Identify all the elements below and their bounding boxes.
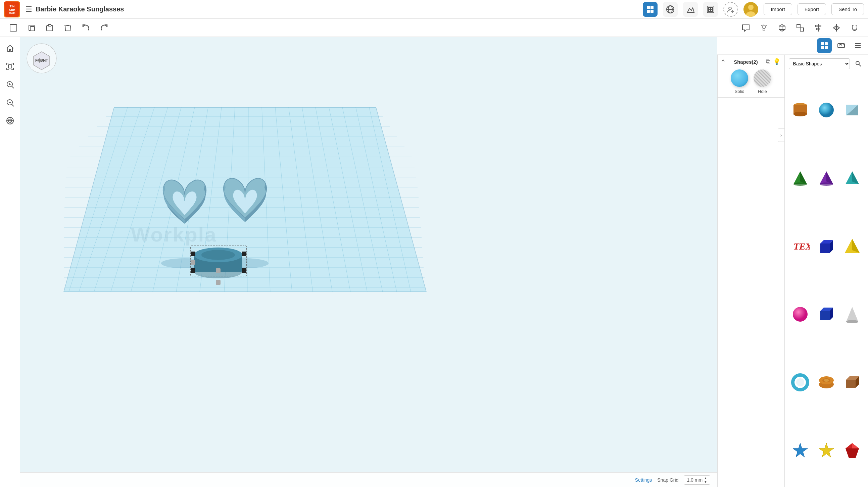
svg-marker-47 bbox=[836, 26, 839, 30]
duplicate-icon[interactable]: ⧉ bbox=[766, 58, 770, 65]
shapes-tool[interactable] bbox=[3, 113, 18, 128]
torus-shape[interactable] bbox=[787, 348, 813, 416]
redo-button[interactable] bbox=[96, 20, 112, 36]
paste-button[interactable] bbox=[42, 20, 58, 36]
panel-collapse-handle[interactable]: › bbox=[778, 128, 784, 142]
export-button[interactable]: Export bbox=[798, 3, 826, 15]
blue-star-shape[interactable] bbox=[787, 416, 813, 484]
svg-point-16 bbox=[729, 7, 732, 10]
svg-line-56 bbox=[12, 86, 14, 88]
svg-line-59 bbox=[12, 104, 14, 106]
brown-box-shape[interactable] bbox=[839, 348, 865, 416]
text-shape[interactable]: TEXT bbox=[787, 212, 813, 280]
light-button[interactable] bbox=[756, 20, 772, 36]
svg-rect-7 bbox=[651, 10, 653, 13]
delete-button[interactable] bbox=[60, 20, 76, 36]
shapes-view-icon[interactable] bbox=[817, 38, 832, 53]
search-button[interactable] bbox=[852, 58, 864, 69]
import-button[interactable]: Import bbox=[764, 3, 792, 15]
menu-icon[interactable]: ☰ bbox=[26, 5, 32, 14]
visibility-icon[interactable]: 💡 bbox=[773, 58, 780, 65]
svg-text:CAD: CAD bbox=[9, 11, 16, 15]
svg-rect-120 bbox=[242, 268, 246, 273]
red-gem-shape[interactable] bbox=[839, 416, 865, 484]
svg-marker-176 bbox=[793, 443, 808, 457]
svg-point-166 bbox=[846, 320, 858, 323]
svg-rect-126 bbox=[825, 42, 828, 45]
svg-point-149 bbox=[794, 183, 807, 186]
home-tool[interactable] bbox=[3, 41, 18, 56]
svg-marker-179 bbox=[852, 443, 859, 448]
svg-rect-128 bbox=[825, 46, 828, 49]
svg-rect-36 bbox=[797, 25, 800, 28]
3d-view-btn[interactable] bbox=[663, 2, 678, 17]
build-btn[interactable] bbox=[683, 2, 698, 17]
svg-text:TEXT: TEXT bbox=[794, 241, 810, 252]
topbar: TIN KER CAD ☰ Barbie Karaoke Sunglasses bbox=[0, 0, 868, 19]
svg-line-30 bbox=[761, 25, 762, 26]
svg-rect-118 bbox=[242, 252, 246, 256]
svg-point-141 bbox=[794, 112, 807, 117]
view3d-button[interactable] bbox=[792, 20, 808, 36]
topbar-right: Import Export Send To bbox=[643, 2, 864, 17]
projects-btn[interactable] bbox=[703, 2, 718, 17]
annotate-button[interactable] bbox=[774, 20, 790, 36]
collapse-toggle[interactable]: ^ bbox=[722, 58, 724, 65]
purple-pyramid-shape[interactable] bbox=[813, 144, 839, 212]
yellow-pyramid-shape[interactable] bbox=[839, 212, 865, 280]
svg-point-168 bbox=[796, 378, 804, 386]
svg-marker-46 bbox=[833, 26, 836, 30]
tinkercad-logo[interactable]: TIN KER CAD bbox=[4, 1, 20, 18]
blue-box-shape[interactable] bbox=[813, 280, 839, 348]
hole-option[interactable]: Hole bbox=[753, 69, 771, 94]
solid-option[interactable]: Solid bbox=[731, 69, 748, 94]
cylinder-shape[interactable] bbox=[787, 76, 813, 144]
svg-point-28 bbox=[762, 25, 766, 29]
svg-point-116 bbox=[202, 250, 235, 260]
magenta-sphere-shape[interactable] bbox=[787, 280, 813, 348]
teal-pyramid-shape[interactable] bbox=[839, 144, 865, 212]
green-pyramid-shape[interactable] bbox=[787, 144, 813, 212]
list-icon[interactable] bbox=[850, 38, 865, 53]
wedge-shape[interactable] bbox=[839, 76, 865, 144]
sphere-shape[interactable] bbox=[813, 76, 839, 144]
add-user-btn[interactable] bbox=[723, 2, 738, 17]
send-to-button[interactable]: Send To bbox=[831, 3, 864, 15]
svg-rect-117 bbox=[191, 252, 195, 256]
donut-shape[interactable] bbox=[813, 348, 839, 416]
svg-rect-52 bbox=[8, 65, 12, 68]
zoom-in-tool[interactable] bbox=[3, 77, 18, 92]
svg-point-20 bbox=[748, 5, 753, 10]
magnet-button[interactable] bbox=[846, 20, 863, 36]
align-button[interactable] bbox=[810, 20, 826, 36]
yellow-star-shape[interactable] bbox=[813, 416, 839, 484]
ruler-icon[interactable] bbox=[834, 38, 848, 53]
snap-grid-control[interactable]: 1.0 mm ▲▼ bbox=[684, 475, 710, 485]
new-button[interactable] bbox=[5, 20, 22, 36]
fit-tool[interactable] bbox=[3, 59, 18, 74]
main-content: FRONT bbox=[0, 37, 868, 487]
svg-rect-22 bbox=[10, 25, 17, 31]
svg-rect-162 bbox=[820, 311, 830, 320]
cone-shape[interactable] bbox=[839, 280, 865, 348]
mirror-button[interactable] bbox=[828, 20, 844, 36]
undo-button[interactable] bbox=[78, 20, 94, 36]
copy-button[interactable] bbox=[24, 20, 40, 36]
svg-rect-37 bbox=[800, 28, 804, 31]
comment-button[interactable] bbox=[738, 20, 754, 36]
zoom-out-tool[interactable] bbox=[3, 95, 18, 110]
right-top-row bbox=[717, 37, 868, 55]
app-title: Barbie Karaoke Sunglasses bbox=[36, 5, 640, 13]
settings-link[interactable]: Settings bbox=[635, 477, 652, 483]
panel-col: ^ Shapes(2) ⧉ 💡 Solid bbox=[717, 55, 868, 487]
svg-rect-12 bbox=[709, 7, 710, 9]
canvas-area[interactable]: FRONT bbox=[20, 37, 717, 487]
svg-rect-5 bbox=[651, 6, 653, 9]
svg-text:TIN: TIN bbox=[10, 5, 15, 8]
svg-point-161 bbox=[793, 307, 808, 322]
grid-view-btn[interactable] bbox=[643, 2, 657, 17]
svg-point-152 bbox=[820, 183, 833, 186]
user-avatar[interactable] bbox=[743, 2, 758, 17]
category-select[interactable]: Basic Shapes bbox=[789, 58, 850, 69]
cube-shape[interactable] bbox=[813, 212, 839, 280]
